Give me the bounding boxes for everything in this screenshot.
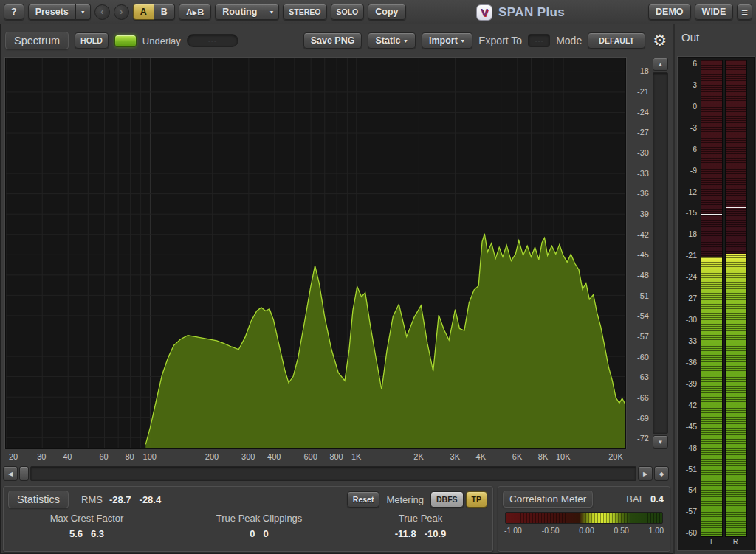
correlation-tick-label: 0.00 bbox=[579, 526, 594, 535]
freq-tick-label: 80 bbox=[125, 453, 134, 461]
db-tick-label: -42 bbox=[637, 230, 649, 238]
out-scale-label: -42 bbox=[686, 401, 697, 409]
db-tick-label: -36 bbox=[637, 190, 649, 198]
wide-button[interactable]: WIDE bbox=[695, 4, 734, 20]
out-scale-label: -21 bbox=[686, 252, 697, 260]
ab-copy-button[interactable]: A▸B bbox=[179, 4, 211, 20]
correlation-meter-title: Correlation Meter bbox=[503, 491, 593, 508]
correlation-tick-label: -0.50 bbox=[542, 526, 560, 535]
horizontal-scroll-track[interactable] bbox=[30, 466, 636, 481]
presets-group: Presets ▼ bbox=[28, 4, 91, 20]
zoom-drag-button[interactable]: ◆ bbox=[654, 466, 669, 481]
copy-button[interactable]: Copy bbox=[368, 4, 405, 20]
gear-icon: ⚙ bbox=[653, 32, 667, 49]
correlation-scale: -1.00 -0.50 0.00 0.50 1.00 bbox=[498, 525, 670, 536]
diamond-icon: ◆ bbox=[659, 471, 664, 477]
rms-value-left: -28.7 bbox=[109, 494, 131, 505]
reset-button[interactable]: Reset bbox=[347, 491, 380, 508]
spectrum-display[interactable] bbox=[5, 58, 626, 449]
freq-tick-label: 60 bbox=[99, 453, 108, 461]
freq-tick-label: 800 bbox=[329, 453, 343, 461]
statistics-panel: Statistics RMS -28.7 -28.4 Reset Meterin… bbox=[3, 486, 493, 552]
level-fill bbox=[726, 254, 746, 536]
solo-button[interactable]: SOLO bbox=[331, 4, 365, 20]
out-meter-bar-left[interactable] bbox=[701, 60, 723, 537]
voxengo-logo-icon: V bbox=[476, 4, 492, 21]
stat-label: True Peak Clippings bbox=[216, 513, 303, 524]
history-forward-button[interactable]: › bbox=[114, 4, 129, 20]
horizontal-scroll-handle[interactable] bbox=[19, 466, 29, 481]
scroll-down-button[interactable]: ▼ bbox=[653, 435, 668, 449]
db-scale: -18-21-24-27-30-33-36-39-42-45-48-51-54-… bbox=[628, 58, 651, 449]
demo-button[interactable]: DEMO bbox=[648, 4, 691, 20]
level-fill bbox=[701, 257, 722, 536]
presets-button[interactable]: Presets bbox=[28, 4, 76, 20]
static-label: Static bbox=[375, 35, 400, 46]
correlation-tick-label: 0.50 bbox=[614, 526, 628, 535]
stat-label: Max Crest Factor bbox=[50, 513, 124, 524]
stat-value-left: 5.6 bbox=[69, 528, 83, 539]
out-scale-label: -33 bbox=[686, 337, 697, 345]
menu-button[interactable]: ≡ bbox=[737, 4, 752, 20]
out-meter-scale: 630-3-6-9-12-15-18-21-24-27-30-33-36-39-… bbox=[681, 60, 701, 537]
mode-label: Mode bbox=[556, 35, 582, 46]
out-scale-label: -9 bbox=[690, 167, 697, 175]
scroll-left-button[interactable]: ◀ bbox=[3, 466, 18, 481]
tab-spectrum[interactable]: Spectrum bbox=[5, 32, 69, 49]
freq-tick-label: 4K bbox=[476, 453, 486, 461]
presets-dropdown-button[interactable]: ▼ bbox=[76, 4, 91, 20]
stat-value-left: -11.8 bbox=[395, 528, 416, 539]
import-label: Import bbox=[429, 35, 458, 46]
stat-true-peak-clippings: True Peak Clippings 0 0 bbox=[216, 513, 303, 540]
out-meter-display[interactable]: 630-3-6-9-12-15-18-21-24-27-30-33-36-39-… bbox=[678, 57, 755, 550]
freq-tick-label: 1K bbox=[351, 453, 361, 461]
export-to-select[interactable]: --- bbox=[528, 34, 550, 47]
correlation-tick-label: -1.00 bbox=[504, 526, 522, 535]
spectrum-plot bbox=[6, 58, 625, 448]
chevron-down-icon: ▼ bbox=[460, 38, 465, 44]
db-tick-label: -72 bbox=[637, 434, 649, 443]
underlay-select[interactable]: --- bbox=[187, 34, 238, 47]
stereo-button[interactable]: STEREO bbox=[283, 4, 326, 20]
bal-label: BAL bbox=[626, 494, 645, 505]
db-tick-label: -57 bbox=[637, 332, 649, 340]
out-scale-label: -15 bbox=[686, 209, 697, 217]
help-button[interactable]: ? bbox=[4, 4, 24, 20]
vertical-scroll-track[interactable] bbox=[653, 72, 668, 434]
stat-value-right: 6.3 bbox=[91, 528, 104, 539]
freq-tick-label: 6K bbox=[512, 453, 522, 461]
out-scale-label: -39 bbox=[686, 380, 697, 388]
history-back-button[interactable]: ‹ bbox=[94, 4, 110, 20]
settings-button[interactable]: ⚙ bbox=[651, 32, 668, 49]
scroll-up-button[interactable]: ▲ bbox=[653, 58, 668, 71]
channel-label-right: R bbox=[724, 539, 748, 548]
out-meter-bar-right[interactable] bbox=[725, 60, 747, 537]
out-scale-label: -6 bbox=[690, 145, 697, 153]
mode-select-button[interactable]: DEFAULT bbox=[588, 32, 645, 49]
spectrum-enable-led[interactable] bbox=[114, 35, 137, 47]
top-toolbar: ? Presets ▼ ‹ › A B A▸B Routing ▼ STEREO… bbox=[0, 0, 756, 24]
routing-dropdown-button[interactable]: ▼ bbox=[264, 4, 279, 20]
out-scale-label: 6 bbox=[693, 60, 697, 68]
out-scale-label: -45 bbox=[686, 423, 697, 431]
ab-select-b-button[interactable]: B bbox=[154, 4, 175, 20]
routing-button[interactable]: Routing bbox=[215, 4, 264, 20]
statistics-title: Statistics bbox=[8, 491, 69, 508]
save-png-button[interactable]: Save PNG bbox=[303, 32, 362, 49]
import-dropdown-button[interactable]: Import ▼ bbox=[422, 32, 472, 49]
scroll-right-button[interactable]: ▶ bbox=[638, 466, 653, 481]
db-tick-label: -63 bbox=[637, 373, 649, 381]
arrow-up-icon: ▲ bbox=[658, 61, 664, 68]
rms-label: RMS bbox=[81, 494, 103, 505]
bal-value: 0.4 bbox=[650, 494, 664, 505]
db-tick-label: -30 bbox=[637, 149, 649, 157]
db-tick-label: -45 bbox=[637, 251, 649, 259]
top-right-cluster: DEMO WIDE ≡ bbox=[648, 4, 752, 20]
stat-label: True Peak bbox=[395, 513, 447, 524]
ab-select-a-button[interactable]: A bbox=[133, 4, 154, 20]
metering-dbfs-button[interactable]: DBFS bbox=[430, 491, 464, 508]
hold-button[interactable]: HOLD bbox=[75, 32, 109, 49]
metering-tp-button[interactable]: TP bbox=[466, 491, 487, 508]
out-meter-panel: Out 630-3-6-9-12-15-18-21-24-27-30-33-36… bbox=[673, 24, 756, 554]
static-dropdown-button[interactable]: Static ▼ bbox=[368, 32, 415, 49]
